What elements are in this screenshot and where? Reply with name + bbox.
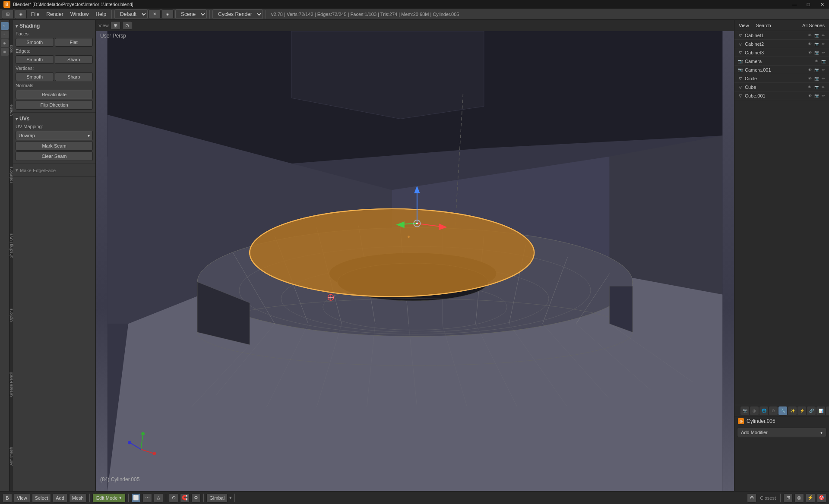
proportional-edit[interactable]: ⊙: [169, 493, 178, 503]
edit-mode-button[interactable]: Edit Mode ▾: [92, 493, 126, 503]
visible-icon-circle[interactable]: 👁: [807, 76, 813, 82]
physics-prop-icon[interactable]: ⚡: [797, 406, 806, 415]
particles-prop-icon[interactable]: ✨: [788, 406, 797, 415]
titlebar-controls[interactable]: — □ ✕: [788, 0, 829, 9]
outliner-item-cube[interactable]: ▽ Cube 👁 📷 ✏: [734, 83, 829, 91]
blender-logo-btn[interactable]: B: [3, 493, 12, 503]
shading-uvs-label[interactable]: Shading / UVs: [9, 232, 13, 260]
edit-icon-cube001[interactable]: ✏: [820, 93, 826, 99]
render-icon-cabinet2[interactable]: 📷: [813, 41, 820, 47]
material-prop-icon[interactable]: ◈: [826, 406, 829, 415]
faces-smooth-button[interactable]: Smooth: [16, 38, 54, 47]
outliner-item-camera001[interactable]: 📷 Camera.001 👁 📷 ✏: [734, 66, 829, 74]
visible-icon-cabinet1[interactable]: 👁: [807, 32, 813, 38]
maximize-button[interactable]: □: [801, 0, 815, 9]
render-icon-camera001[interactable]: 📷: [813, 67, 820, 73]
tool-cursor[interactable]: ↖: [1, 22, 9, 30]
visible-icon-cube[interactable]: 👁: [807, 84, 813, 90]
all-scenes-label[interactable]: All Scenes: [801, 22, 826, 29]
engine-icon-button[interactable]: ⊞: [2, 9, 14, 19]
visible-icon-cabinet3[interactable]: 👁: [807, 50, 813, 56]
world-prop-icon[interactable]: 🌐: [759, 406, 768, 415]
vertices-smooth-button[interactable]: Smooth: [16, 72, 54, 81]
edit-icon-circle[interactable]: ✏: [820, 76, 826, 82]
clear-seam-button[interactable]: Clear Seam: [16, 151, 93, 161]
outliner-item-cube001[interactable]: ▽ Cube.001 👁 📷 ✏: [734, 91, 829, 100]
flip-direction-button[interactable]: Flip Direction: [16, 100, 93, 110]
object-prop-icon[interactable]: ⊙: [769, 406, 778, 415]
window-menu[interactable]: Window: [67, 9, 92, 19]
mode-icon-button[interactable]: ◈: [15, 9, 27, 19]
constraints-prop-icon[interactable]: 🔗: [807, 406, 816, 415]
mesh-button[interactable]: Mesh: [69, 493, 87, 503]
outliner-item-cabinet3[interactable]: ▽ Cabinet3 👁 📷 ✏: [734, 48, 829, 57]
viewport-canvas[interactable]: User Persp (84) Cylinder.005: [96, 31, 734, 491]
scene-prop-icon[interactable]: ◎: [750, 406, 759, 415]
render-icon-cube[interactable]: 📷: [813, 84, 820, 90]
uvs-header[interactable]: UVs: [13, 114, 95, 123]
outliner-view-button[interactable]: View: [737, 22, 751, 29]
scene-icon[interactable]: ◈: [161, 9, 174, 19]
screen-layout-icon[interactable]: ✕: [149, 9, 161, 19]
edges-sharp-button[interactable]: Sharp: [55, 55, 93, 64]
snap-type-icon[interactable]: ⊕: [747, 493, 756, 503]
make-edge-face-label[interactable]: Make Edge/Face: [13, 166, 95, 175]
viewport-shading-wireframe[interactable]: ⊞: [111, 21, 120, 30]
relations-label[interactable]: Relations: [9, 165, 13, 185]
render-icon-cube001[interactable]: 📷: [813, 93, 820, 99]
edges-smooth-button[interactable]: Smooth: [16, 55, 54, 64]
edge-select-mode[interactable]: ⋯: [142, 493, 152, 503]
render-mode-dropdown[interactable]: Default: [114, 9, 148, 19]
vertex-select-mode[interactable]: ⬜: [131, 493, 141, 503]
view-button[interactable]: View: [14, 493, 30, 503]
render-icon-cabinet3[interactable]: 📷: [813, 50, 820, 56]
modifier-prop-icon[interactable]: 🔧: [778, 406, 787, 415]
render-prop-icon[interactable]: 📷: [740, 406, 749, 415]
snap-settings[interactable]: ⚙: [191, 493, 201, 503]
vertices-sharp-button[interactable]: Sharp: [55, 72, 93, 81]
render-icon-camera[interactable]: 📷: [820, 58, 826, 64]
face-select-mode[interactable]: △: [154, 493, 163, 503]
edit-icon-camera001[interactable]: ✏: [820, 67, 826, 73]
viewport-shading-icon[interactable]: ⚡: [806, 493, 815, 503]
options-label[interactable]: Options: [9, 307, 13, 324]
outliner-item-cabinet1[interactable]: ▽ Cabinet1 👁 📷 ✏: [734, 31, 829, 40]
outliner-item-circle[interactable]: ▽ Circle 👁 📷 ✏: [734, 74, 829, 83]
edit-icon-cabinet2[interactable]: ✏: [820, 41, 826, 47]
engine-dropdown[interactable]: Cycles Render: [212, 9, 263, 19]
viewport[interactable]: View ⊞ ⊙: [96, 20, 734, 491]
overlay-icon[interactable]: ⊞: [783, 493, 793, 503]
create-label[interactable]: Create: [9, 103, 13, 118]
help-menu[interactable]: Help: [92, 9, 110, 19]
outliner-item-cabinet2[interactable]: ▽ Cabinet2 👁 📷 ✏: [734, 40, 829, 48]
scene-dropdown[interactable]: Scene: [175, 9, 207, 19]
armitmesh-label[interactable]: Armitmesh: [9, 445, 13, 467]
render-icon-cabinet1[interactable]: 📷: [813, 32, 820, 38]
visible-icon-camera001[interactable]: 👁: [807, 67, 813, 73]
tool-loop[interactable]: ⌗: [1, 31, 9, 38]
visible-icon-cabinet2[interactable]: 👁: [807, 41, 813, 47]
visible-icon-cube001[interactable]: 👁: [807, 93, 813, 99]
edit-icon-cabinet3[interactable]: ✏: [820, 50, 826, 56]
snap-toggle[interactable]: 🧲: [180, 493, 190, 503]
outliner-item-camera[interactable]: 📷 Camera 👁 📷: [734, 57, 829, 66]
select-button[interactable]: Select: [32, 493, 51, 503]
visible-icon-camera[interactable]: 👁: [813, 58, 820, 64]
viewport-mode-icon[interactable]: 🎯: [817, 493, 826, 503]
shading-header[interactable]: Shading: [13, 22, 95, 30]
mark-seam-button[interactable]: Mark Seam: [16, 141, 93, 151]
file-menu[interactable]: File: [28, 9, 43, 19]
render-menu[interactable]: Render: [43, 9, 66, 19]
minimize-button[interactable]: —: [788, 0, 801, 9]
grease-pencil-label[interactable]: Grease Pencil: [9, 371, 13, 399]
add-button[interactable]: Add: [53, 493, 67, 503]
outliner-search-button[interactable]: Search: [754, 22, 773, 29]
gimbal-button[interactable]: Gimbal: [206, 493, 228, 503]
recalculate-button[interactable]: Recalculate: [16, 90, 93, 99]
edit-icon-cabinet1[interactable]: ✏: [820, 32, 826, 38]
viewport-mode[interactable]: ⊙: [122, 21, 132, 30]
tool-3[interactable]: ⊞: [1, 48, 9, 56]
data-prop-icon[interactable]: 📊: [816, 406, 825, 415]
tools-label[interactable]: Tools: [9, 43, 13, 56]
faces-flat-button[interactable]: Flat: [55, 38, 93, 47]
